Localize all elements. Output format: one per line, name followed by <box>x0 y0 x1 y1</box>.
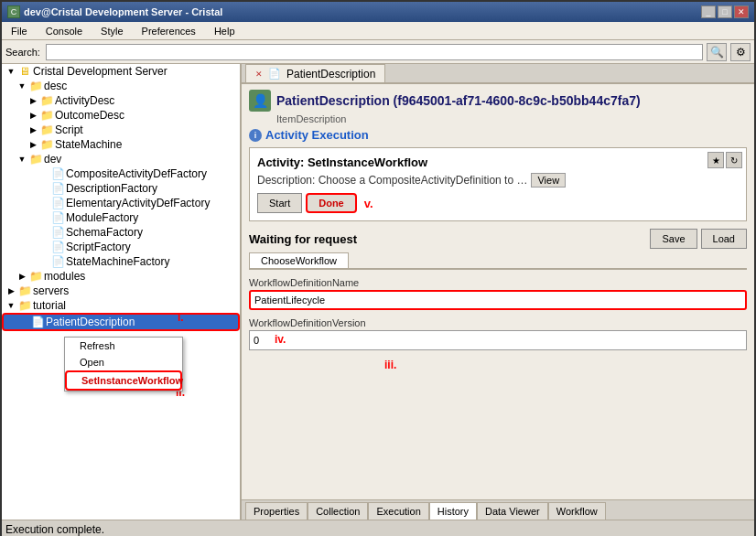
tree-label: SchemaFactory <box>66 226 143 239</box>
item-icon: 📄 <box>51 255 64 268</box>
maximize-btn[interactable]: □ <box>718 5 732 18</box>
refresh-btn[interactable]: ↻ <box>726 152 742 168</box>
folder-icon: 📁 <box>40 138 53 151</box>
tree-label: modules <box>44 270 85 283</box>
tree-item-desc[interactable]: ▼ 📁 desc <box>2 79 240 93</box>
tree-label: ModuleFactory <box>66 211 138 224</box>
tab-properties[interactable]: Properties <box>245 502 308 520</box>
minimize-btn[interactable]: _ <box>701 5 716 18</box>
spacer <box>38 212 49 223</box>
tree-item-tutorial[interactable]: ▼ 📁 tutorial <box>2 298 240 313</box>
bottom-tab-bar: Properties Collection Execution History … <box>242 499 754 520</box>
folder-icon: 📁 <box>18 284 31 297</box>
tree-item-dev[interactable]: ▼ 📁 dev <box>2 152 240 166</box>
window-controls[interactable]: _ □ ✕ <box>701 5 749 18</box>
top-tab-bar: ✕ 📄 PatientDescription <box>242 64 754 84</box>
context-menu: Refresh Open SetInstanceWorkflow <box>64 337 183 391</box>
folder-icon: 📁 <box>40 94 53 107</box>
spacer <box>38 183 49 194</box>
tab-execution[interactable]: Execution <box>368 502 428 520</box>
start-button[interactable]: Start <box>257 193 302 213</box>
tree-item-activitydesc[interactable]: ▶ 📁 ActivityDesc <box>2 93 240 108</box>
view-button[interactable]: View <box>531 173 566 188</box>
title-text: dev@Cristal Development Server - Cristal <box>24 6 222 17</box>
close-btn[interactable]: ✕ <box>734 5 749 18</box>
item-icon: 📄 <box>51 211 64 224</box>
tree-item-outcomedesc[interactable]: ▶ 📁 OutcomeDesc <box>2 108 240 123</box>
tree-label: ScriptFactory <box>66 241 131 253</box>
tree-item-modules[interactable]: ▶ 📁 modules <box>2 269 240 284</box>
tab-history[interactable]: History <box>429 502 477 520</box>
action-area: ★ ↻ Activity: SetInstanceWorkflow Descri… <box>249 147 747 221</box>
star-btn[interactable]: ★ <box>707 152 724 168</box>
tree-item-compositeactivity[interactable]: 📄 CompositeActivityDefFactory <box>2 166 240 181</box>
menu-style[interactable]: Style <box>95 24 128 38</box>
tab-workflow[interactable]: Workflow <box>548 502 606 520</box>
settings-button[interactable]: ⚙ <box>730 43 751 61</box>
tree-item-patientdescription[interactable]: 📄 PatientDescription <box>2 313 240 331</box>
action-buttons: Start Done v. <box>257 193 739 213</box>
title-bar: C dev@Cristal Development Server - Crist… <box>2 2 754 22</box>
menu-console[interactable]: Console <box>40 24 88 38</box>
workflow-name-input[interactable] <box>249 290 747 310</box>
item-icon: 📄 <box>51 241 64 253</box>
folder-icon: 📁 <box>29 80 42 92</box>
save-button[interactable]: Save <box>650 229 697 249</box>
menu-help[interactable]: Help <box>209 24 241 38</box>
item-icon: 📄 <box>51 167 64 180</box>
toggle-icon: ▼ <box>16 154 27 165</box>
tree-label: ActivityDesc <box>55 94 114 107</box>
corner-buttons: ★ ↻ <box>707 152 742 168</box>
tree-item-descriptionfactory[interactable]: 📄 DescriptionFactory <box>2 181 240 196</box>
spacer <box>38 227 49 238</box>
waiting-area: Waiting for request Save Load ChooseWork… <box>249 229 747 350</box>
pd-header: 👤 PatientDescription (f9645001-af71-4600… <box>249 90 747 112</box>
desc-text: Description: Choose a CompositeActivityD… <box>257 174 527 187</box>
tree-label: tutorial <box>33 299 66 312</box>
tab-patientdescription[interactable]: ✕ 📄 PatientDescription <box>245 64 385 82</box>
tree-root[interactable]: ▼ 🖥 Cristal Development Server <box>2 64 240 79</box>
waiting-title: Waiting for request <box>249 232 357 246</box>
section-title: Activity Execution <box>265 128 369 142</box>
tree-item-script[interactable]: ▶ 📁 Script <box>2 123 240 137</box>
pd-title: PatientDescription (f9645001-af71-4600-8… <box>276 93 641 108</box>
tab-chooseworkflow[interactable]: ChooseWorkflow <box>249 252 349 268</box>
folder-icon: 📁 <box>29 153 42 166</box>
menu-bar: File Console Style Preferences Help <box>2 22 754 40</box>
spacer <box>38 241 49 252</box>
tree-item-servers[interactable]: ▶ 📁 servers <box>2 284 240 298</box>
folder-icon: 📁 <box>18 299 31 312</box>
done-button[interactable]: Done <box>306 193 357 213</box>
toggle-icon: ▼ <box>5 66 16 77</box>
content-area: 👤 PatientDescription (f9645001-af71-4600… <box>242 84 754 499</box>
workflow-version-input[interactable] <box>249 330 747 350</box>
context-setinstanceworkflow[interactable]: SetInstanceWorkflow <box>65 370 182 391</box>
tab-collection[interactable]: Collection <box>308 502 368 520</box>
app-icon: C <box>7 5 20 18</box>
tree-item-modulefactory[interactable]: 📄 ModuleFactory <box>2 210 240 225</box>
tree-item-statemachine[interactable]: ▶ 📁 StateMachine <box>2 137 240 152</box>
search-input[interactable] <box>46 44 703 60</box>
menu-file[interactable]: File <box>5 24 33 38</box>
load-button[interactable]: Load <box>701 229 747 249</box>
toggle-icon: ▶ <box>27 139 38 150</box>
tree-label: StateMachineFactory <box>66 255 169 268</box>
tree-item-elementaryactivity[interactable]: 📄 ElementaryActivityDefFactory <box>2 196 240 210</box>
field1-label: WorkflowDefinitionName <box>249 277 747 288</box>
tree-label: servers <box>33 284 69 297</box>
context-refresh[interactable]: Refresh <box>65 338 182 354</box>
context-open[interactable]: Open <box>65 354 182 370</box>
tree-item-schemafactory[interactable]: 📄 SchemaFactory <box>2 225 240 240</box>
form-field-1: WorkflowDefinitionName <box>249 277 747 310</box>
search-label: Search: <box>5 47 40 58</box>
folder-icon: 🖥 <box>18 65 31 78</box>
tree-item-scriptfactory[interactable]: 📄 ScriptFactory <box>2 240 240 254</box>
menu-preferences[interactable]: Preferences <box>136 24 201 38</box>
tab-dataviewer[interactable]: Data Viewer <box>477 502 548 520</box>
tree-label: OutcomeDesc <box>55 109 124 122</box>
tree-item-statemachinefactory[interactable]: 📄 StateMachineFactory <box>2 254 240 269</box>
search-button[interactable]: 🔍 <box>707 43 727 61</box>
spacer <box>38 198 49 209</box>
field2-label: WorkflowDefinitionVersion <box>249 317 747 328</box>
save-load-btns: Save Load <box>650 229 747 249</box>
